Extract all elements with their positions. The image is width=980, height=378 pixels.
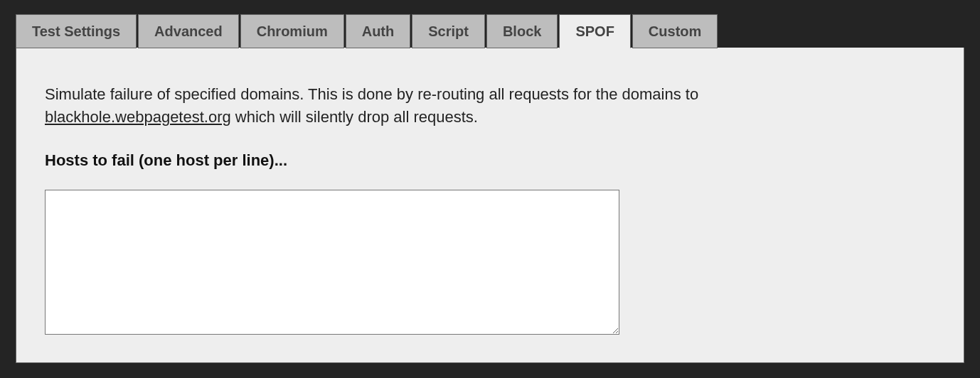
tab-auth[interactable]: Auth	[346, 14, 411, 48]
tab-label: SPOF	[575, 23, 614, 40]
tab-block[interactable]: Block	[486, 14, 558, 48]
tab-spof[interactable]: SPOF	[559, 14, 630, 48]
blackhole-link[interactable]: blackhole.webpagetest.org	[45, 108, 231, 126]
tab-label: Test Settings	[32, 23, 120, 40]
tab-label: Advanced	[154, 23, 223, 40]
tabbar: Test Settings Advanced Chromium Auth Scr…	[16, 14, 964, 48]
tab-label: Auth	[362, 23, 395, 40]
tab-custom[interactable]: Custom	[632, 14, 718, 48]
tab-advanced[interactable]: Advanced	[138, 14, 239, 48]
tab-script[interactable]: Script	[412, 14, 485, 48]
spof-description-post: which will silently drop all requests.	[231, 108, 478, 126]
tab-label: Script	[428, 23, 469, 40]
tab-label: Custom	[649, 23, 701, 40]
tab-label: Chromium	[257, 23, 328, 40]
tab-label: Block	[503, 23, 541, 40]
hosts-field-label: Hosts to fail (one host per line)...	[45, 151, 935, 170]
hosts-textarea[interactable]	[45, 190, 619, 335]
tab-content-spof: Simulate failure of specified domains. T…	[16, 48, 964, 363]
spof-description: Simulate failure of specified domains. T…	[45, 83, 784, 129]
tab-chromium[interactable]: Chromium	[240, 14, 344, 48]
spof-description-pre: Simulate failure of specified domains. T…	[45, 85, 698, 103]
tab-test-settings[interactable]: Test Settings	[16, 14, 137, 48]
